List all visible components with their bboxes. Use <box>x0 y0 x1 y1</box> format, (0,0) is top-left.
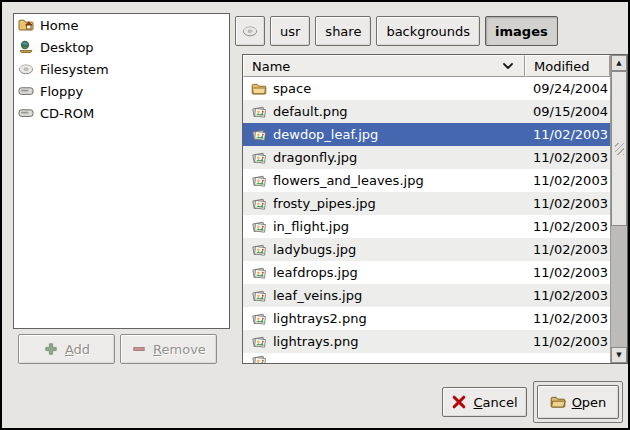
scrollbar-thumb[interactable] <box>611 71 627 226</box>
file-name-cell: ladybugs.jpg <box>251 242 519 258</box>
file-name-cell: dragonfly.jpg <box>251 150 519 166</box>
file-name-cell: space <box>251 81 519 97</box>
sidebar-item-label: CD-ROM <box>40 106 94 121</box>
file-row-partial <box>243 353 610 363</box>
sidebar-item-floppy[interactable]: Floppy <box>14 80 229 102</box>
file-modified: 11/02/2003 <box>525 150 610 165</box>
image-file-icon <box>251 311 267 327</box>
file-name-cell: flowers_and_leaves.jpg <box>251 173 519 189</box>
sidebar-item-filesystem[interactable]: Filesystem <box>14 58 229 80</box>
column-header-name-label: Name <box>252 59 290 74</box>
file-row-lightrays2-png[interactable]: lightrays2.png11/02/2003 <box>243 307 610 330</box>
file-name-cell: default.png <box>251 104 519 120</box>
cancel-icon <box>451 394 467 410</box>
file-row-lightrays-png[interactable]: lightrays.png11/02/2003 <box>243 330 610 353</box>
remove-button[interactable]: Remove <box>120 334 217 364</box>
open-button[interactable]: Open <box>537 385 619 419</box>
folder-icon <box>251 81 267 97</box>
cancel-button[interactable]: Cancel <box>442 387 527 417</box>
path-button-backgrounds[interactable]: backgrounds <box>376 16 480 46</box>
disc-icon <box>242 23 258 39</box>
path-button-share[interactable]: share <box>315 16 371 46</box>
path-button-label: images <box>495 24 548 39</box>
file-name: frosty_pipes.jpg <box>273 196 376 211</box>
path-button-label: share <box>325 24 361 39</box>
file-name-cell: in_flight.jpg <box>251 219 519 235</box>
file-name-cell: leaf_veins.jpg <box>251 288 519 304</box>
scroll-down-button[interactable]: ▼ <box>611 347 627 363</box>
file-name: in_flight.jpg <box>273 219 349 234</box>
file-row-space[interactable]: space09/24/2004 <box>243 77 610 100</box>
image-file-icon <box>251 196 267 212</box>
file-row-dewdop-leaf-jpg[interactable]: dewdop_leaf.jpg11/02/2003 <box>243 123 610 146</box>
file-row-frosty-pipes-jpg[interactable]: frosty_pipes.jpg11/02/2003 <box>243 192 610 215</box>
scrollbar-grip <box>615 143 624 155</box>
minus-icon <box>131 341 147 357</box>
file-name: lightrays2.png <box>273 311 367 326</box>
path-bar: usrsharebackgroundsimages <box>235 16 558 46</box>
file-row-leaf-veins-jpg[interactable]: leaf_veins.jpg11/02/2003 <box>243 284 610 307</box>
open-button-default-ring: Open <box>533 381 623 423</box>
file-name: default.png <box>273 104 348 119</box>
path-root-button[interactable] <box>235 16 265 46</box>
file-name-cell: lightrays.png <box>251 334 519 350</box>
places-list: HomeDesktopFilesystemFloppyCD-ROM <box>13 13 230 329</box>
file-name: lightrays.png <box>273 334 358 349</box>
sidebar-item-cd-rom[interactable]: CD-ROM <box>14 102 229 124</box>
image-file-icon <box>251 150 267 166</box>
sidebar-item-label: Desktop <box>40 40 94 55</box>
add-button-label: Add <box>65 342 90 357</box>
file-name-cell: lightrays2.png <box>251 311 519 327</box>
add-button[interactable]: Add <box>18 334 115 364</box>
chevron-down-icon <box>500 58 516 74</box>
vertical-scrollbar[interactable]: ▲ ▼ <box>610 55 627 363</box>
open-folder-icon <box>550 394 566 410</box>
file-list-header: Name Modified <box>243 55 610 77</box>
column-header-name[interactable]: Name <box>243 55 525 77</box>
drive-icon <box>18 105 34 121</box>
file-name: ladybugs.jpg <box>273 242 356 257</box>
drive-icon <box>18 83 34 99</box>
sidebar-item-label: Filesystem <box>40 62 109 77</box>
scroll-up-button[interactable]: ▲ <box>611 55 627 71</box>
image-file-icon <box>251 265 267 281</box>
file-row-default-png[interactable]: default.png09/15/2004 <box>243 100 610 123</box>
path-button-usr[interactable]: usr <box>270 16 310 46</box>
file-row-dragonfly-jpg[interactable]: dragonfly.jpg11/02/2003 <box>243 146 610 169</box>
file-name-cell: frosty_pipes.jpg <box>251 196 519 212</box>
open-button-label: Open <box>572 395 607 410</box>
file-modified: 11/02/2003 <box>525 288 610 303</box>
path-button-label: backgrounds <box>386 24 470 39</box>
home-icon <box>18 17 34 33</box>
file-name: flowers_and_leaves.jpg <box>273 173 424 188</box>
scrollbar-trough[interactable] <box>611 226 627 347</box>
file-modified: 11/02/2003 <box>525 196 610 211</box>
file-row-leafdrops-jpg[interactable]: leafdrops.jpg11/02/2003 <box>243 261 610 284</box>
image-file-icon <box>251 173 267 189</box>
sidebar-item-label: Home <box>40 18 78 33</box>
sidebar-item-desktop[interactable]: Desktop <box>14 36 229 58</box>
file-modified: 11/02/2003 <box>525 334 610 349</box>
file-list-panel: Name Modified space09/24/2004default.png… <box>242 54 628 364</box>
file-row-ladybugs-jpg[interactable]: ladybugs.jpg11/02/2003 <box>243 238 610 261</box>
sidebar-item-home[interactable]: Home <box>14 14 229 36</box>
file-row-in-flight-jpg[interactable]: in_flight.jpg11/02/2003 <box>243 215 610 238</box>
column-header-modified[interactable]: Modified <box>525 55 610 77</box>
file-name: dewdop_leaf.jpg <box>273 127 378 142</box>
image-file-icon <box>251 353 267 363</box>
file-modified: 11/02/2003 <box>525 265 610 280</box>
path-button-images[interactable]: images <box>485 16 558 46</box>
desktop-icon <box>18 39 34 55</box>
file-name: dragonfly.jpg <box>273 150 357 165</box>
file-rows: space09/24/2004default.png09/15/2004dewd… <box>243 77 610 363</box>
image-file-icon <box>251 127 267 143</box>
file-chooser-dialog: HomeDesktopFilesystemFloppyCD-ROM Add Re… <box>0 0 630 430</box>
image-file-icon <box>251 104 267 120</box>
file-row-flowers-and-leaves-jpg[interactable]: flowers_and_leaves.jpg11/02/2003 <box>243 169 610 192</box>
plus-icon <box>43 341 59 357</box>
path-button-label: usr <box>280 24 300 39</box>
file-modified: 11/02/2003 <box>525 219 610 234</box>
file-modified: 11/02/2003 <box>525 127 610 142</box>
file-modified: 11/02/2003 <box>525 173 610 188</box>
image-file-icon <box>251 219 267 235</box>
